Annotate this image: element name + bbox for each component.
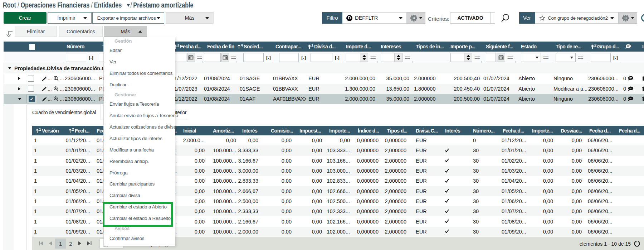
svg-text:1: 1 (39, 128, 41, 131)
svg-text:3: 3 (177, 44, 179, 47)
svg-text:1: 1 (311, 44, 313, 47)
svg-text:2: 2 (594, 44, 596, 47)
svg-text:4: 4 (241, 44, 243, 47)
svg-text:2: 2 (72, 128, 74, 131)
